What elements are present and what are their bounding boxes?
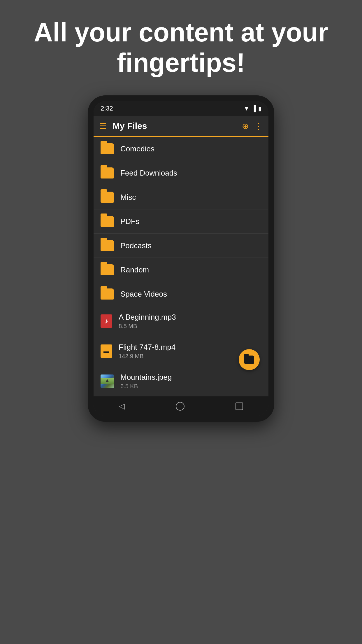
list-item[interactable]: Podcasts <box>94 234 268 258</box>
recents-button[interactable] <box>236 402 243 410</box>
list-item[interactable]: Feed Downloads <box>94 161 268 185</box>
folder-icon <box>101 216 114 227</box>
folder-name: Feed Downloads <box>120 169 177 178</box>
more-options-icon[interactable]: ⋮ <box>254 121 263 131</box>
file-list: Comedies Feed Downloads Misc PDFs Podcas <box>94 137 268 396</box>
battery-icon: ▮ <box>258 105 261 112</box>
hamburger-icon[interactable]: ☰ <box>99 121 107 131</box>
app-bar-actions: ⊕ ⋮ <box>242 121 263 131</box>
search-icon[interactable]: ⊕ <box>242 121 249 131</box>
file-size: 6.5 KB <box>120 383 172 390</box>
wifi-icon: ▼ <box>244 105 249 112</box>
mp4-icon <box>101 344 112 358</box>
file-name: Flight 747-8.mp4 <box>119 343 175 352</box>
folder-name: Podcasts <box>120 241 152 250</box>
file-meta: Flight 747-8.mp4 142.9 MB <box>119 343 175 360</box>
bottom-nav: ◁ <box>94 396 268 416</box>
list-item[interactable]: PDFs <box>94 209 268 234</box>
list-item[interactable]: Mountains.jpeg 6.5 KB <box>94 366 268 396</box>
phone-outer: 2:32 ▼ ▐ ▮ ☰ My Files ⊕ ⋮ <box>88 95 274 422</box>
folder-name: PDFs <box>120 217 139 226</box>
hero-section: All your content at your fingertips! <box>0 0 362 90</box>
folder-name: Misc <box>120 193 136 202</box>
status-icons: ▼ ▐ ▮ <box>244 105 261 112</box>
file-size: 142.9 MB <box>119 353 175 360</box>
folder-icon <box>101 143 114 154</box>
folder-name: Comedies <box>120 144 154 153</box>
file-size: 8.5 MB <box>119 323 176 330</box>
status-time: 2:32 <box>101 105 113 112</box>
back-button[interactable]: ◁ <box>119 402 125 411</box>
folder-icon <box>101 264 114 275</box>
signal-icon: ▐ <box>252 105 256 112</box>
home-button[interactable] <box>176 402 184 411</box>
folder-icon <box>101 240 114 251</box>
app-title: My Files <box>113 121 242 131</box>
status-bar: 2:32 ▼ ▐ ▮ <box>94 101 268 116</box>
list-item[interactable]: Random <box>94 258 268 282</box>
folder-icon <box>101 192 114 203</box>
folder-name: Space Videos <box>120 290 167 299</box>
fab-folder-icon <box>244 356 254 364</box>
list-item[interactable]: Space Videos <box>94 282 268 306</box>
app-bar: ☰ My Files ⊕ ⋮ <box>94 116 268 137</box>
file-meta: A Beginning.mp3 8.5 MB <box>119 313 176 330</box>
fab-new-folder-button[interactable] <box>239 349 260 370</box>
file-name: Mountains.jpeg <box>120 373 172 382</box>
list-item[interactable]: Comedies <box>94 137 268 161</box>
folder-name: Random <box>120 265 149 274</box>
folder-icon <box>101 167 114 178</box>
hero-text: All your content at your fingertips! <box>0 0 362 90</box>
file-meta: Mountains.jpeg 6.5 KB <box>120 373 172 390</box>
mp3-icon <box>101 314 112 328</box>
folder-icon <box>101 288 114 300</box>
phone-mockup: 2:32 ▼ ▐ ▮ ☰ My Files ⊕ ⋮ <box>88 95 274 422</box>
phone-screen: 2:32 ▼ ▐ ▮ ☰ My Files ⊕ ⋮ <box>94 101 268 416</box>
image-thumbnail <box>101 374 114 388</box>
list-item[interactable]: A Beginning.mp3 8.5 MB <box>94 306 268 336</box>
file-name: A Beginning.mp3 <box>119 313 176 322</box>
list-item[interactable]: Misc <box>94 185 268 209</box>
